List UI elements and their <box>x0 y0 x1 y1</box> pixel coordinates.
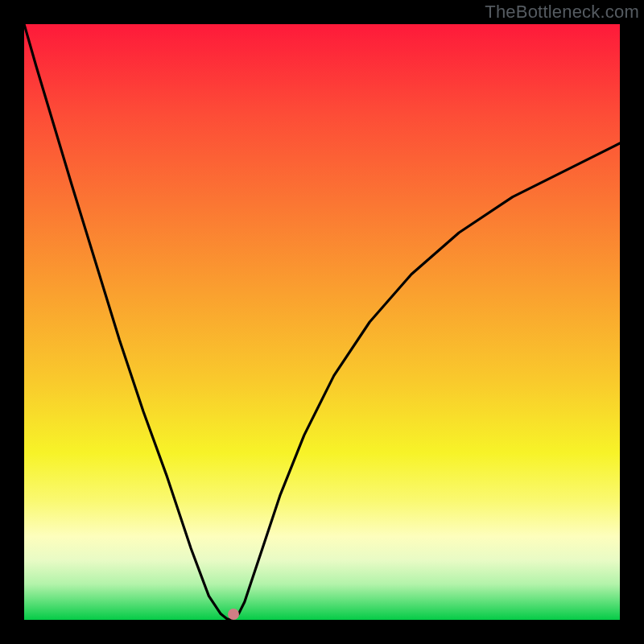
plot-area <box>24 24 620 620</box>
chart-frame: TheBottleneck.com <box>0 0 644 644</box>
bottleneck-curve <box>24 24 620 620</box>
optimal-point-marker <box>228 609 239 620</box>
watermark-text: TheBottleneck.com <box>485 2 639 23</box>
